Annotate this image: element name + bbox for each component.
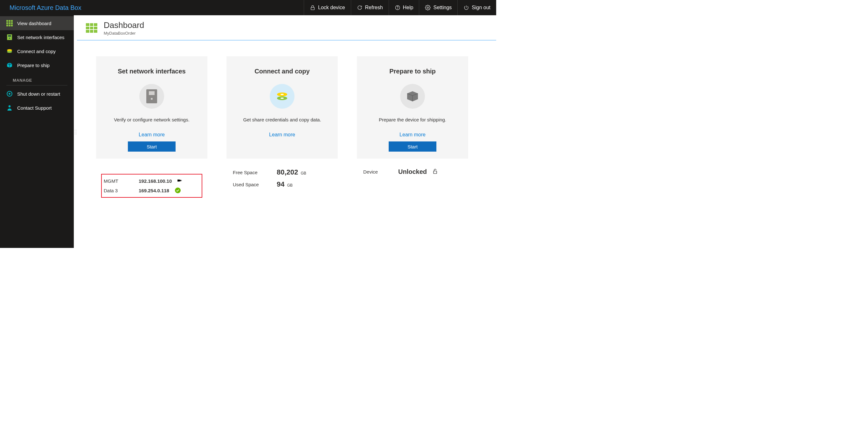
disks-illustration-icon — [270, 84, 294, 109]
learn-more-link[interactable]: Learn more — [363, 132, 462, 138]
box-icon — [6, 62, 13, 68]
svg-point-27 — [281, 94, 284, 95]
sidebar-item-shutdown[interactable]: Shut down or restart — [0, 87, 74, 101]
svg-rect-14 — [8, 35, 11, 36]
free-space-unit: GB — [301, 171, 306, 175]
used-space-label: Used Space — [233, 182, 271, 187]
card-desc: Get share credentials and copy data. — [233, 117, 332, 122]
gear-icon — [425, 5, 431, 10]
used-space-unit: GB — [287, 183, 292, 188]
nic-ip: 192.168.100.10 — [139, 178, 172, 184]
sidebar-item-network[interactable]: Set network interfaces — [0, 30, 74, 44]
card-title: Prepare to ship — [363, 68, 462, 75]
svg-point-29 — [281, 98, 284, 99]
svg-rect-10 — [6, 25, 8, 26]
sidebar: View dashboard Set network interfaces Co… — [0, 15, 74, 248]
signout-label: Sign out — [472, 5, 491, 10]
page-header: Dashboard MyDataBoxOrder — [77, 15, 496, 40]
card-desc: Prepare the device for shipping. — [363, 117, 462, 122]
svg-rect-22 — [149, 91, 155, 95]
svg-rect-8 — [8, 22, 10, 24]
lock-icon — [310, 5, 315, 10]
sidebar-item-label: Contact Support — [17, 105, 52, 111]
dashboard-icon — [86, 23, 97, 33]
svg-rect-11 — [8, 25, 10, 26]
start-button[interactable]: Start — [128, 141, 176, 151]
free-space-row: Free Space 80,202 GB — [233, 168, 332, 176]
unlock-icon — [433, 168, 438, 175]
sidebar-item-label: Prepare to ship — [17, 63, 50, 68]
person-icon — [6, 105, 13, 111]
svg-rect-30 — [434, 171, 437, 173]
topbar: Microsoft Azure Data Box Lock device Ref… — [0, 0, 496, 15]
help-icon — [395, 5, 400, 10]
svg-point-20 — [8, 105, 11, 107]
svg-rect-0 — [311, 7, 315, 10]
page-title: Dashboard — [104, 20, 144, 30]
sidebar-item-label: Set network interfaces — [17, 35, 64, 40]
disk-icon — [6, 48, 13, 54]
device-status: Unlocked — [398, 168, 427, 175]
settings-label: Settings — [433, 5, 452, 10]
sidebar-item-label: View dashboard — [17, 21, 51, 26]
sidebar-item-support[interactable]: Contact Support — [0, 101, 74, 115]
power-icon — [463, 5, 469, 10]
plug-icon — [178, 178, 183, 184]
brand-title: Microsoft Azure Data Box — [0, 4, 82, 11]
svg-rect-13 — [7, 34, 12, 40]
free-space-value: 80,202 — [277, 168, 298, 176]
svg-rect-7 — [6, 22, 8, 24]
sidebar-item-view-dashboard[interactable]: View dashboard — [0, 16, 74, 30]
lock-label: Lock device — [318, 5, 345, 10]
svg-rect-25 — [180, 180, 181, 181]
refresh-button[interactable]: Refresh — [351, 0, 389, 15]
start-button[interactable]: Start — [389, 141, 436, 151]
refresh-label: Refresh — [365, 5, 383, 10]
check-icon — [175, 188, 181, 193]
svg-point-2 — [397, 8, 398, 9]
lock-device-button[interactable]: Lock device — [304, 0, 351, 15]
svg-point-3 — [427, 7, 429, 8]
main-content: Dashboard MyDataBoxOrder Set network int… — [77, 15, 496, 248]
card-connect-copy: Connect and copy Get share credentials a… — [226, 56, 338, 232]
card-title: Connect and copy — [233, 68, 332, 75]
svg-rect-24 — [178, 179, 179, 181]
cog-icon — [6, 91, 13, 97]
sidebar-item-connect-copy[interactable]: Connect and copy — [0, 44, 74, 58]
package-illustration-icon — [400, 84, 425, 109]
sidebar-section-manage: MANAGE — [6, 72, 67, 86]
free-space-label: Free Space — [233, 170, 271, 175]
refresh-icon — [357, 5, 363, 10]
sidebar-item-label: Shut down or restart — [17, 91, 60, 97]
learn-more-link[interactable]: Learn more — [233, 132, 332, 138]
card-prepare-ship: Prepare to ship Prepare the device for s… — [357, 56, 468, 232]
device-label: Device — [363, 169, 393, 174]
device-status-row: Device Unlocked — [363, 168, 462, 175]
svg-point-15 — [9, 38, 10, 39]
nic-name: MGMT — [104, 178, 133, 184]
help-label: Help — [403, 5, 413, 10]
svg-rect-4 — [6, 20, 8, 22]
nic-ip: 169.254.0.118 — [139, 188, 169, 193]
svg-rect-6 — [11, 20, 13, 22]
topbar-actions: Lock device Refresh Help Settings Sign o… — [304, 0, 496, 15]
svg-point-23 — [151, 98, 153, 100]
nic-name: Data 3 — [104, 188, 133, 193]
signout-button[interactable]: Sign out — [457, 0, 496, 15]
page-subtitle: MyDataBoxOrder — [104, 31, 144, 36]
svg-point-17 — [7, 51, 12, 53]
help-button[interactable]: Help — [389, 0, 419, 15]
svg-rect-5 — [8, 20, 10, 22]
learn-more-link[interactable]: Learn more — [102, 132, 201, 138]
used-space-value: 94 — [277, 180, 284, 188]
server-icon — [6, 34, 13, 40]
sidebar-resize-handle[interactable]: ⋮⋮⋮ — [74, 15, 77, 248]
network-row-data3: Data 3 169.254.0.118 — [104, 188, 200, 193]
network-highlight-box: MGMT 192.168.100.10 Data 3 169.254.0.118 — [101, 174, 202, 198]
svg-rect-9 — [11, 22, 13, 24]
sidebar-item-label: Connect and copy — [17, 48, 56, 54]
sidebar-item-prepare-ship[interactable]: Prepare to ship — [0, 58, 74, 72]
svg-rect-12 — [11, 25, 13, 26]
card-title: Set network interfaces — [102, 68, 201, 75]
settings-button[interactable]: Settings — [419, 0, 457, 15]
